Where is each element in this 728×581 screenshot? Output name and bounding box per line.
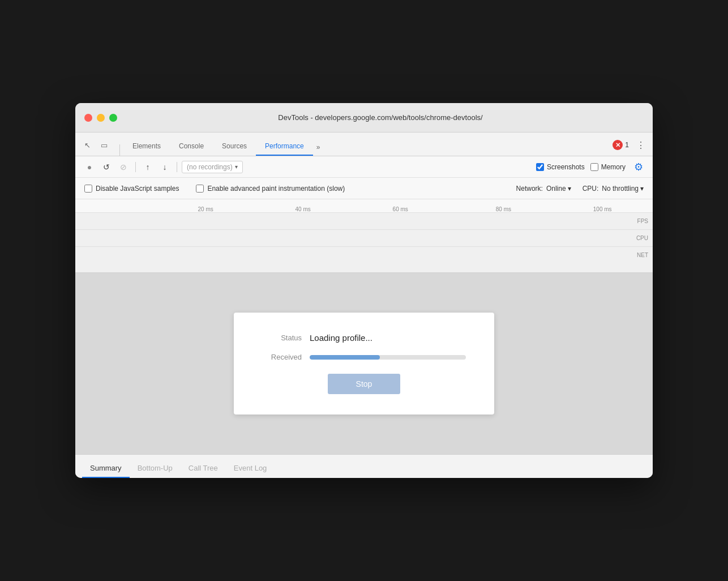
bottom-tab-summary[interactable]: Summary bbox=[82, 459, 130, 478]
cpu-dropdown-arrow-icon: ▾ bbox=[640, 185, 644, 193]
disable-js-label: Disable JavaScript samples bbox=[96, 185, 179, 193]
net-label: NET bbox=[637, 252, 648, 258]
close-button[interactable] bbox=[84, 114, 92, 122]
dropdown-arrow-icon: ▾ bbox=[235, 164, 238, 170]
ruler-mark-40ms: 40 ms bbox=[296, 206, 311, 212]
status-row: Status Loading profile... bbox=[262, 333, 466, 343]
tab-console[interactable]: Console bbox=[170, 138, 213, 156]
tab-right-area: ✕ 1 ⋮ bbox=[613, 138, 648, 156]
upload-button[interactable]: ↑ bbox=[140, 160, 155, 174]
download-button[interactable]: ↓ bbox=[157, 160, 172, 174]
tabs-container: Elements Console Sources Performance » bbox=[123, 138, 613, 156]
timeline-tracks: FPS CPU NET bbox=[75, 213, 653, 263]
tab-performance[interactable]: Performance bbox=[256, 138, 313, 156]
timeline-ruler: 20 ms 40 ms 60 ms 80 ms 100 ms bbox=[75, 199, 653, 213]
status-label: Status bbox=[262, 334, 302, 342]
window-title: DevTools - developers.google.com/web/too… bbox=[117, 113, 644, 122]
cpu-label: CPU: bbox=[583, 185, 599, 193]
ruler-mark-60ms: 60 ms bbox=[393, 206, 408, 212]
net-track: NET bbox=[75, 247, 653, 263]
network-label: Network: bbox=[516, 185, 543, 193]
ruler-mark-80ms: 80 ms bbox=[496, 206, 511, 212]
toolbar: ● ↺ ⊘ ↑ ↓ (no recordings) ▾ Screenshots bbox=[75, 156, 653, 178]
received-row: Received bbox=[262, 353, 466, 361]
record-button[interactable]: ● bbox=[82, 160, 97, 174]
cpu-track: CPU bbox=[75, 230, 653, 247]
toolbar-separator-2 bbox=[177, 162, 177, 172]
network-select[interactable]: Online ▾ bbox=[546, 185, 571, 193]
gear-icon: ⚙ bbox=[634, 161, 643, 173]
progress-bar-container bbox=[310, 355, 466, 360]
received-label: Received bbox=[262, 353, 302, 361]
upload-icon: ↑ bbox=[146, 163, 150, 172]
screenshots-checkbox-group: Screenshots bbox=[536, 163, 585, 171]
window-controls bbox=[84, 114, 117, 122]
memory-label: Memory bbox=[601, 163, 626, 171]
bottom-tabs: Summary Bottom-Up Call Tree Event Log bbox=[75, 454, 653, 478]
ruler-mark-100ms: 100 ms bbox=[593, 206, 612, 212]
stop-button[interactable]: Stop bbox=[328, 374, 401, 394]
device-icon: ▭ bbox=[101, 141, 108, 149]
screenshots-checkbox[interactable] bbox=[536, 163, 544, 171]
disable-js-checkbox[interactable] bbox=[84, 185, 92, 193]
tab-bar: ↖ ▭ Elements Console Sources Performance… bbox=[75, 133, 653, 156]
progress-bar-fill bbox=[310, 355, 380, 360]
loading-dialog: Status Loading profile... Received Stop bbox=[234, 313, 494, 415]
network-value: Online bbox=[546, 185, 566, 193]
error-icon: ✕ bbox=[613, 140, 623, 150]
close-x-icon: ✕ bbox=[615, 142, 620, 149]
reload-record-button[interactable]: ↺ bbox=[99, 160, 114, 174]
reload-icon: ↺ bbox=[103, 163, 110, 172]
bottom-tab-bottom-up[interactable]: Bottom-Up bbox=[130, 459, 181, 478]
memory-checkbox-group: Memory bbox=[590, 163, 626, 171]
no-entry-icon: ⊘ bbox=[120, 163, 127, 172]
maximize-button[interactable] bbox=[109, 114, 117, 122]
screenshots-label: Screenshots bbox=[547, 163, 585, 171]
main-content: Status Loading profile... Received Stop bbox=[75, 273, 653, 454]
device-icon-button[interactable]: ▭ bbox=[97, 138, 112, 152]
memory-checkbox[interactable] bbox=[590, 163, 598, 171]
cpu-select-group: CPU: No throttling ▾ bbox=[583, 185, 644, 193]
cpu-value: No throttling bbox=[602, 185, 639, 193]
gear-button[interactable]: ⚙ bbox=[631, 160, 646, 174]
toolbar-separator-1 bbox=[135, 162, 136, 172]
tab-sources[interactable]: Sources bbox=[213, 138, 256, 156]
error-badge[interactable]: ✕ 1 bbox=[613, 140, 629, 150]
settings-row: Disable JavaScript samples Enable advanc… bbox=[75, 178, 653, 199]
cursor-icon: ↖ bbox=[84, 141, 91, 149]
enable-paint-label: Enable advanced paint instrumentation (s… bbox=[207, 185, 345, 193]
tab-more-button[interactable]: » bbox=[313, 139, 324, 156]
network-select-group: Network: Online ▾ bbox=[516, 185, 571, 193]
fps-label: FPS bbox=[637, 218, 648, 224]
network-dropdown-arrow-icon: ▾ bbox=[568, 185, 571, 193]
status-value: Loading profile... bbox=[310, 333, 372, 343]
download-icon: ↓ bbox=[163, 163, 167, 172]
clear-button[interactable]: ⊘ bbox=[116, 160, 131, 174]
recording-select[interactable]: (no recordings) ▾ bbox=[182, 161, 243, 173]
devtools-window: DevTools - developers.google.com/web/too… bbox=[75, 103, 653, 478]
ruler-mark-20ms: 20 ms bbox=[198, 206, 213, 212]
bottom-tab-call-tree[interactable]: Call Tree bbox=[181, 459, 226, 478]
devtools-menu-button[interactable]: ⋮ bbox=[633, 138, 648, 152]
bottom-tab-event-log[interactable]: Event Log bbox=[226, 459, 275, 478]
error-count: 1 bbox=[625, 141, 629, 149]
enable-paint-group: Enable advanced paint instrumentation (s… bbox=[196, 185, 345, 193]
record-circle-icon: ● bbox=[87, 163, 92, 172]
cpu-select[interactable]: No throttling ▾ bbox=[602, 185, 644, 193]
toolbar-right: Screenshots Memory ⚙ bbox=[536, 160, 646, 174]
disable-js-group: Disable JavaScript samples bbox=[84, 185, 179, 193]
settings-right: Network: Online ▾ CPU: No throttling ▾ bbox=[516, 185, 644, 193]
three-dots-icon: ⋮ bbox=[636, 140, 645, 151]
tab-icons: ↖ ▭ bbox=[80, 138, 112, 156]
tab-divider bbox=[119, 144, 120, 156]
inspect-icon-button[interactable]: ↖ bbox=[80, 138, 95, 152]
timeline-area: 20 ms 40 ms 60 ms 80 ms 100 ms FPS CPU N… bbox=[75, 199, 653, 273]
fps-track: FPS bbox=[75, 213, 653, 230]
tab-elements[interactable]: Elements bbox=[123, 138, 170, 156]
minimize-button[interactable] bbox=[97, 114, 105, 122]
title-bar: DevTools - developers.google.com/web/too… bbox=[75, 103, 653, 133]
recording-select-label: (no recordings) bbox=[187, 163, 233, 171]
cpu-track-label: CPU bbox=[636, 235, 648, 241]
enable-paint-checkbox[interactable] bbox=[196, 185, 204, 193]
